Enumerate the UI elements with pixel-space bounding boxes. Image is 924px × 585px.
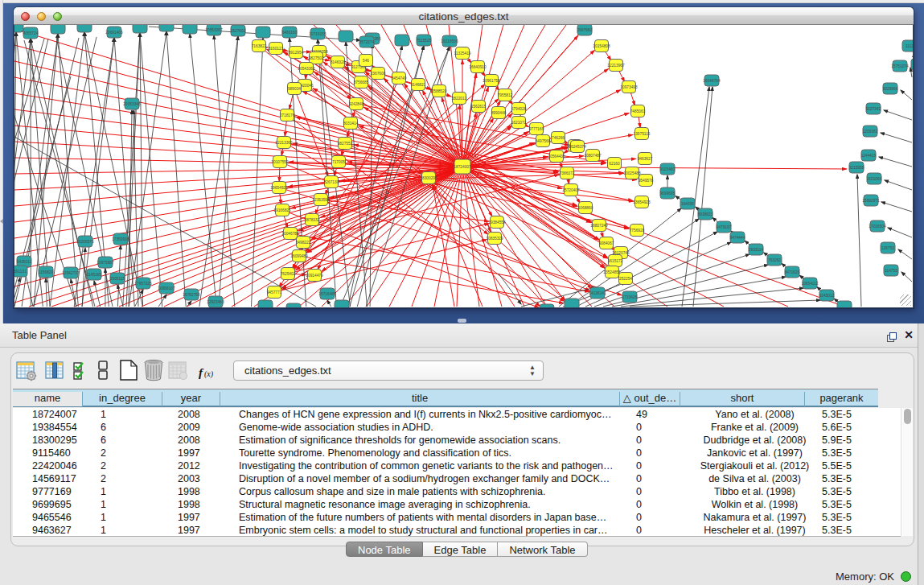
svg-text:6466160: 6466160 xyxy=(282,31,298,35)
svg-text:12942737: 12942737 xyxy=(62,271,80,275)
svg-text:1615172: 1615172 xyxy=(608,259,623,263)
svg-text:114753: 114753 xyxy=(885,269,897,273)
svg-text:17359938: 17359938 xyxy=(112,237,129,241)
svg-text:16648764: 16648764 xyxy=(703,79,721,83)
svg-text:6497568: 6497568 xyxy=(536,139,551,143)
svg-text:8267130: 8267130 xyxy=(324,180,339,184)
svg-text:19654923: 19654923 xyxy=(270,186,288,190)
svg-text:126753: 126753 xyxy=(881,246,894,250)
svg-text:10719155: 10719155 xyxy=(309,32,326,36)
svg-text:12353594: 12353594 xyxy=(312,198,330,202)
svg-text:10973493: 10973493 xyxy=(620,85,638,89)
svg-text:10914479: 10914479 xyxy=(306,274,323,278)
svg-text:2505115: 2505115 xyxy=(110,277,125,281)
svg-text:9245012: 9245012 xyxy=(819,294,835,298)
svg-text:5878332: 5878332 xyxy=(305,218,320,222)
svg-text:9084067: 9084067 xyxy=(599,241,614,245)
svg-text:20053346: 20053346 xyxy=(123,102,141,106)
svg-text:5822013: 5822013 xyxy=(452,97,467,101)
svg-text:12923463: 12923463 xyxy=(207,300,224,304)
svg-text:16099489: 16099489 xyxy=(290,254,308,258)
svg-text:2933114: 2933114 xyxy=(749,248,764,252)
svg-text:13524851: 13524851 xyxy=(603,270,621,274)
svg-text:12213363: 12213363 xyxy=(275,141,293,145)
svg-text:10154808: 10154808 xyxy=(593,44,610,48)
svg-text:9329966: 9329966 xyxy=(883,87,898,91)
svg-text:1209382: 1209382 xyxy=(863,130,878,134)
svg-text:6794028: 6794028 xyxy=(511,107,527,111)
svg-text:9242848: 9242848 xyxy=(349,102,364,106)
svg-text:20691406: 20691406 xyxy=(105,31,123,35)
svg-text:17016504: 17016504 xyxy=(869,225,886,229)
svg-text:717005: 717005 xyxy=(332,160,345,164)
svg-text:6479197: 6479197 xyxy=(717,225,732,229)
svg-text:391131: 391131 xyxy=(14,270,27,274)
svg-text:989034: 989034 xyxy=(288,87,301,91)
svg-text:10107552: 10107552 xyxy=(271,160,289,164)
svg-text:9474444: 9474444 xyxy=(730,236,745,240)
svg-text:9463627: 9463627 xyxy=(638,157,653,161)
svg-text:1156829: 1156829 xyxy=(39,270,54,274)
svg-text:10975887: 10975887 xyxy=(97,261,114,265)
svg-text:1562615: 1562615 xyxy=(471,105,487,109)
svg-text:2718176: 2718176 xyxy=(280,113,295,117)
svg-text:3572274: 3572274 xyxy=(359,40,375,44)
svg-text:7386372: 7386372 xyxy=(560,171,575,175)
svg-text:7163822: 7163822 xyxy=(252,44,267,48)
svg-text:2588520: 2588520 xyxy=(432,89,447,93)
svg-text:7485063: 7485063 xyxy=(630,109,646,113)
svg-text:1244415: 1244415 xyxy=(861,154,877,158)
svg-text:15716485: 15716485 xyxy=(318,292,336,296)
svg-text:18300295: 18300295 xyxy=(420,176,437,180)
svg-text:13975115: 13975115 xyxy=(634,132,651,136)
svg-text:4055724: 4055724 xyxy=(23,31,39,35)
svg-text:8160123: 8160123 xyxy=(269,47,284,51)
svg-text:8471626: 8471626 xyxy=(785,270,800,274)
svg-text:746266: 746266 xyxy=(552,136,565,140)
svg-text:546: 546 xyxy=(363,59,369,63)
svg-text:10807487: 10807487 xyxy=(584,154,602,158)
svg-text:10835329: 10835329 xyxy=(486,237,503,241)
svg-text:164095: 164095 xyxy=(681,202,694,206)
svg-text:9227342: 9227342 xyxy=(866,107,881,111)
svg-text:19384554: 19384554 xyxy=(488,220,506,225)
svg-text:8990448: 8990448 xyxy=(491,111,507,115)
svg-text:8756685: 8756685 xyxy=(354,80,369,84)
svg-text:19218506: 19218506 xyxy=(441,39,458,43)
svg-text:1527602: 1527602 xyxy=(231,29,246,33)
svg-text:62160: 62160 xyxy=(609,162,620,166)
svg-text:10046786: 10046786 xyxy=(281,232,299,236)
svg-text:20206576: 20206576 xyxy=(76,240,94,244)
svg-text:1621072: 1621072 xyxy=(511,121,527,125)
svg-text:14136141: 14136141 xyxy=(589,291,606,295)
svg-text:18724007: 18724007 xyxy=(454,165,471,169)
svg-text:10025488: 10025488 xyxy=(623,171,641,175)
svg-text:2367608: 2367608 xyxy=(371,72,386,76)
svg-text:9777169: 9777169 xyxy=(529,127,544,131)
svg-text:9699695: 9699695 xyxy=(660,192,676,196)
svg-text:10958107: 10958107 xyxy=(158,286,175,290)
svg-text:8031414: 8031414 xyxy=(343,122,359,126)
svg-text:9146821: 9146821 xyxy=(411,83,426,87)
svg-text:f: f xyxy=(199,366,204,379)
svg-text:9115460: 9115460 xyxy=(660,167,676,171)
svg-text:16640910: 16640910 xyxy=(469,65,487,69)
svg-text:9549578: 9549578 xyxy=(639,179,654,183)
svg-text:9435011: 9435011 xyxy=(17,260,32,264)
svg-text:10961758: 10961758 xyxy=(483,79,500,83)
svg-text:8146328: 8146328 xyxy=(331,60,346,64)
svg-text:9457771: 9457771 xyxy=(267,290,282,295)
svg-text:9827552: 9827552 xyxy=(338,142,353,146)
svg-text:8938923: 8938923 xyxy=(698,212,713,216)
svg-text:5498222: 5498222 xyxy=(296,241,311,245)
svg-text:1621064: 1621064 xyxy=(867,177,882,181)
svg-text:15692971: 15692971 xyxy=(862,199,880,203)
svg-text:11325419: 11325419 xyxy=(454,51,471,56)
svg-text:19166825: 19166825 xyxy=(273,208,291,212)
svg-text:1145195: 1145195 xyxy=(87,273,102,277)
svg-text:10553267: 10553267 xyxy=(205,28,223,32)
svg-text:16782759: 16782759 xyxy=(183,293,200,297)
svg-text:20564436: 20564436 xyxy=(548,154,565,159)
svg-text:3215958: 3215958 xyxy=(849,166,864,170)
svg-text:7515525: 7515525 xyxy=(417,39,432,43)
